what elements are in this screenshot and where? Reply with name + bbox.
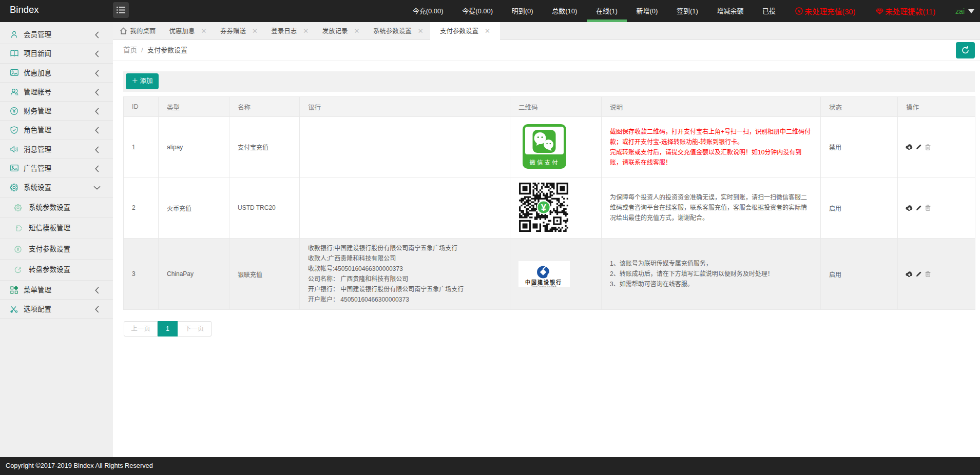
svg-text:微信支付: 微信支付 bbox=[530, 159, 560, 166]
svg-text:中国建设银行: 中国建设银行 bbox=[525, 279, 562, 285]
svg-text:China Construction Bank: China Construction Bank bbox=[531, 285, 557, 288]
svg-text:¥: ¥ bbox=[797, 8, 801, 14]
svg-text:¥: ¥ bbox=[541, 202, 547, 212]
